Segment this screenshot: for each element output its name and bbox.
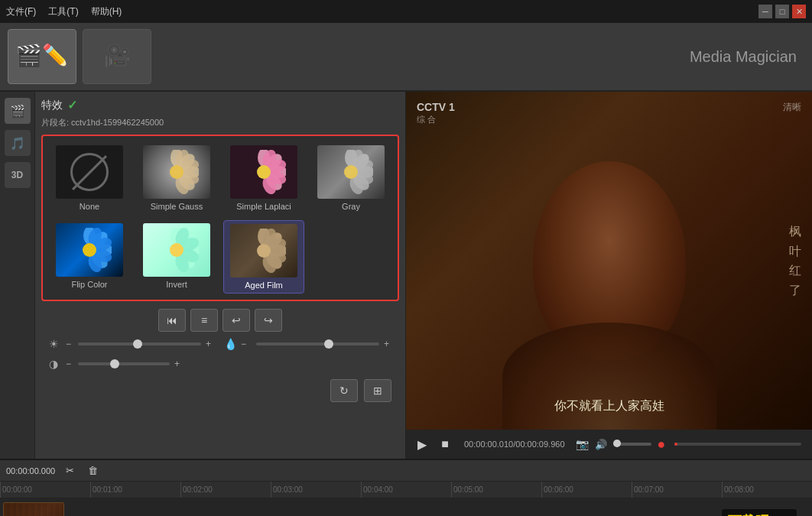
effect-aged-thumb: [230, 224, 297, 277]
track-clip[interactable]: [3, 502, 64, 516]
none-icon: [70, 153, 109, 191]
app-title: Media Magician: [690, 48, 797, 66]
clip-name: 片段名: cctv1hd-1599462245000: [41, 117, 399, 128]
left-sidebar: 🎬 🎵 3D: [0, 92, 35, 459]
effect-simple-laplace[interactable]: Simple Laplaci: [223, 142, 304, 214]
menu-bar: 文件(F) 工具(T) 帮助(H): [6, 5, 122, 18]
layout-button[interactable]: ⊞: [364, 379, 391, 402]
effect-none[interactable]: None: [49, 142, 130, 214]
effects-check-icon: ✓: [67, 98, 77, 112]
main-area: 🎬 🎵 3D 特效 ✓ 片段名: cctv1hd-1599462245000 N…: [0, 92, 812, 459]
top-toolbar: 🎬✏️ 🎥 Media Magician: [0, 23, 812, 92]
watermark: 下载吧 www.xiazaiba.com: [722, 509, 797, 516]
progress-bar[interactable]: [674, 443, 801, 446]
bottom-controls: ↻ ⊞: [41, 376, 399, 405]
contrast-row: ◑ − +: [49, 358, 391, 370]
effect-flip-color[interactable]: Flip Color: [49, 220, 130, 294]
video-channel-text: CCTV 1 综 合: [417, 101, 455, 125]
svg-point-44: [170, 243, 184, 257]
ruler-mark-8: 00:08:00: [722, 482, 812, 498]
toolbar-tab-edit[interactable]: 🎬✏️: [8, 29, 76, 84]
drop-thumb[interactable]: [324, 339, 333, 349]
menu-file[interactable]: 文件(F): [6, 5, 36, 18]
sidebar-btn-effects[interactable]: 🎬: [5, 98, 31, 124]
skip-back-button[interactable]: ⏮: [158, 309, 186, 332]
effects-panel: 特效 ✓ 片段名: cctv1hd-1599462245000 None: [35, 92, 406, 459]
video-title-vertical: 枫叶红了: [789, 222, 801, 300]
minimize-button[interactable]: ─: [758, 5, 772, 18]
volume-icon: 🔊: [595, 439, 607, 450]
playback-controls: ⏮ ≡ ↩ ↪: [158, 309, 282, 332]
contrast-plus: +: [174, 359, 182, 369]
brightness-icon: ☀: [49, 338, 61, 350]
effect-gray-thumb: [317, 145, 385, 199]
progress-fill: [674, 443, 677, 446]
record-indicator: ●: [658, 436, 666, 453]
track-clip-inner: [4, 503, 63, 516]
refresh-button[interactable]: ↻: [330, 379, 358, 402]
svg-point-8: [170, 165, 184, 179]
video-subtitle: 你不就看上人家高娃: [554, 398, 664, 414]
timeline-toolbar: 00:00:00.000 ✂ 🗑: [0, 460, 812, 482]
stop-button[interactable]: ■: [437, 436, 453, 453]
effect-flip-label: Flip Color: [71, 280, 107, 289]
video-quality-text: 清晰: [783, 101, 801, 114]
menu-tools[interactable]: 工具(T): [48, 5, 78, 18]
undo-button[interactable]: ↩: [222, 309, 250, 332]
brightness-track[interactable]: [78, 342, 201, 346]
effects-header: 特效 ✓: [41, 98, 399, 112]
effect-laplace-label: Simple Laplaci: [236, 202, 291, 211]
laplace-flower-svg: [242, 150, 286, 194]
effect-flip-thumb: [56, 223, 123, 277]
aged-flower-svg: [242, 229, 286, 273]
time-display: 00:00:00.010/00:00:09.960: [464, 440, 565, 449]
effects-title: 特效: [41, 99, 63, 112]
delete-button[interactable]: 🗑: [84, 463, 101, 479]
effect-gauss-label: Simple Gauss: [151, 202, 203, 211]
maximize-button[interactable]: □: [775, 5, 789, 18]
ruler-mark-0: 00:00:00: [0, 482, 90, 498]
contrast-thumb[interactable]: [110, 359, 119, 368]
video-background: CCTV 1 综 合 清晰 枫叶红了 你不就看上人家高娃: [406, 92, 812, 430]
gauss-flower-svg: [154, 150, 199, 194]
effect-simple-gauss[interactable]: Simple Gauss: [136, 142, 217, 214]
effect-gauss-thumb: [143, 145, 210, 199]
ruler-marks: 00:00:00 00:01:00 00:02:00 00:03:00 00:0…: [0, 482, 812, 498]
volume-thumb[interactable]: [613, 440, 621, 447]
media-tab-icon: 🎥: [104, 43, 131, 68]
brightness-minus: −: [66, 339, 73, 349]
ruler-mark-5: 00:05:00: [451, 482, 541, 498]
effect-laplace-thumb: [230, 145, 297, 199]
ruler-mark-3: 00:03:00: [271, 482, 361, 498]
list-button[interactable]: ≡: [190, 309, 218, 332]
drop-plus: +: [384, 339, 391, 349]
title-bar: 文件(F) 工具(T) 帮助(H) ─ □ ✕: [0, 0, 812, 23]
volume-slider[interactable]: [613, 443, 651, 446]
camera-icon: 📷: [576, 438, 589, 450]
close-button[interactable]: ✕: [792, 5, 806, 18]
ruler-mark-7: 00:07:00: [632, 482, 722, 498]
brightness-thumb[interactable]: [133, 339, 142, 349]
contrast-track[interactable]: [78, 362, 170, 365]
play-button[interactable]: ▶: [414, 436, 430, 453]
drop-track[interactable]: [256, 342, 379, 346]
cut-button[interactable]: ✂: [61, 463, 78, 479]
sidebar-btn-3d[interactable]: 3D: [5, 162, 31, 188]
sidebar-btn-audio[interactable]: 🎵: [5, 130, 31, 156]
redo-button[interactable]: ↪: [255, 309, 282, 332]
timeline-ruler: 00:00:00 00:01:00 00:02:00 00:03:00 00:0…: [0, 482, 812, 498]
ruler-mark-2: 00:02:00: [180, 482, 271, 498]
drop-minus: −: [241, 339, 248, 349]
effect-gray[interactable]: Gray: [310, 142, 391, 214]
svg-point-26: [344, 165, 358, 179]
contrast-minus: −: [66, 359, 73, 369]
video-screen: CCTV 1 综 合 清晰 枫叶红了 你不就看上人家高娃: [406, 92, 812, 430]
current-time: 00:00:00.000: [6, 466, 55, 475]
effect-aged-film[interactable]: Aged Film: [223, 220, 304, 294]
toolbar-tab-media[interactable]: 🎥: [83, 29, 151, 84]
ruler-mark-1: 00:01:00: [90, 482, 180, 498]
effect-invert[interactable]: Invert: [136, 220, 217, 294]
window-controls: ─ □ ✕: [758, 5, 806, 18]
menu-help[interactable]: 帮助(H): [91, 5, 122, 18]
edit-tab-icon: 🎬✏️: [15, 43, 69, 68]
